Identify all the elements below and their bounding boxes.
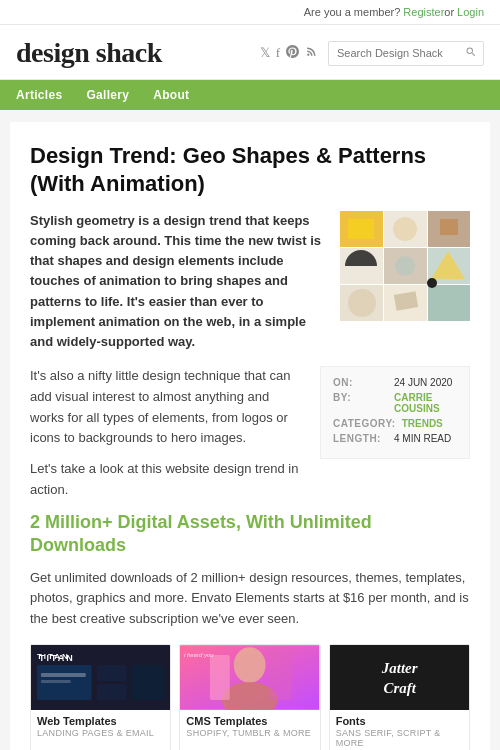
logo-part2: shack — [96, 37, 162, 68]
nav-item-about[interactable]: About — [141, 80, 201, 110]
search-input[interactable] — [329, 43, 459, 63]
intro-paragraph: Stylish geometry is a design trend that … — [30, 211, 326, 352]
login-link[interactable]: Login — [457, 6, 484, 18]
promo-description: Get unlimited downloads of 2 million+ de… — [30, 568, 470, 630]
intro-section: Stylish geometry is a design trend that … — [30, 211, 470, 352]
top-bar: Are you a member? Register or Login — [0, 0, 500, 25]
card-web-info: Web Templates LANDING PAGES & EMAIL — [31, 710, 170, 742]
social-icons: 𝕏 f — [260, 45, 318, 62]
header-right: 𝕏 f — [260, 41, 484, 66]
svg-rect-28 — [210, 655, 230, 700]
web-template-graphic: TITAN — [31, 645, 170, 710]
meta-category-value[interactable]: TRENDS — [402, 418, 443, 429]
nav: Articles Gallery About — [0, 80, 500, 110]
meta-on-label: ON: — [333, 377, 388, 388]
meta-length-value: 4 MIN READ — [394, 433, 451, 444]
card-web-templates[interactable]: TITAN Web Templates LANDING PAGES & EMAI… — [30, 644, 171, 750]
svg-text:i heard you: i heard you — [184, 652, 214, 658]
body-text-2: Let's take a look at this website design… — [30, 459, 470, 501]
geo-svg — [340, 211, 470, 321]
svg-point-16 — [427, 278, 437, 288]
svg-rect-31 — [330, 645, 469, 710]
logo-part1: design — [16, 37, 96, 68]
svg-rect-23 — [41, 673, 86, 677]
search-box[interactable] — [328, 41, 484, 66]
meta-section: ON: 24 JUN 2020 BY: CARRIE COUSINS CATEG… — [320, 366, 470, 459]
intro-text: Stylish geometry is a design trend that … — [30, 211, 326, 352]
svg-text:Craft: Craft — [383, 680, 416, 696]
card-fonts[interactable]: Jatter Craft Fonts SANS SERIF, SCRIPT & … — [329, 644, 470, 750]
logo[interactable]: design shack — [16, 37, 162, 69]
asset-cards: TITAN Web Templates LANDING PAGES & EMAI… — [30, 644, 470, 750]
meta-row-length: LENGTH: 4 MIN READ — [333, 433, 457, 444]
meta-by-value[interactable]: CARRIE COUSINS — [394, 392, 457, 414]
card-web-image: TITAN — [31, 645, 170, 710]
card-fonts-info: Fonts SANS SERIF, SCRIPT & MORE — [330, 710, 469, 750]
svg-point-26 — [234, 647, 266, 683]
svg-rect-22 — [131, 665, 165, 700]
card-cms-templates[interactable]: i heard you CMS Templates SHOPIFY, TUMBL… — [179, 644, 320, 750]
meta-row-on: ON: 24 JUN 2020 — [333, 377, 457, 388]
meta-length-label: LENGTH: — [333, 433, 388, 444]
pinterest-icon[interactable] — [286, 45, 299, 62]
svg-text:Jatter: Jatter — [381, 660, 418, 676]
svg-point-14 — [348, 289, 376, 317]
meta-row-category: CATEGORY: TRENDS — [333, 418, 457, 429]
search-button[interactable] — [459, 42, 483, 65]
article-body-section: ON: 24 JUN 2020 BY: CARRIE COUSINS CATEG… — [30, 366, 470, 511]
svg-rect-24 — [41, 680, 71, 683]
svg-rect-21 — [97, 684, 127, 700]
member-text: Are you a member? — [304, 6, 401, 18]
svg-rect-11 — [440, 219, 458, 235]
svg-point-12 — [395, 256, 415, 276]
meta-on-value: 24 JUN 2020 — [394, 377, 452, 388]
card-cms-image: i heard you — [180, 645, 319, 710]
cms-template-graphic: i heard you — [180, 645, 319, 710]
register-link[interactable]: Register — [403, 6, 444, 18]
meta-by-label: BY: — [333, 392, 388, 403]
article-title: Design Trend: Geo Shapes & Patterns (Wit… — [30, 142, 470, 197]
card-web-subtitle: LANDING PAGES & EMAIL — [37, 728, 164, 738]
meta-category-label: CATEGORY: — [333, 418, 396, 429]
svg-rect-29 — [270, 650, 292, 700]
svg-point-10 — [393, 217, 417, 241]
card-cms-subtitle: SHOPIFY, TUMBLR & MORE — [186, 728, 313, 738]
svg-text:TITAN: TITAN — [37, 652, 70, 661]
nav-item-articles[interactable]: Articles — [16, 80, 74, 110]
card-fonts-image: Jatter Craft — [330, 645, 469, 710]
card-cms-info: CMS Templates SHOPIFY, TUMBLR & MORE — [180, 710, 319, 742]
meta-row-by: BY: CARRIE COUSINS — [333, 392, 457, 414]
main-content: Design Trend: Geo Shapes & Patterns (Wit… — [10, 122, 490, 750]
nav-item-gallery[interactable]: Gallery — [74, 80, 141, 110]
svg-rect-20 — [97, 665, 127, 681]
header: design shack 𝕏 f — [0, 25, 500, 80]
svg-rect-8 — [428, 285, 470, 321]
promo-heading: 2 Million+ Digital Assets, With Unlimite… — [30, 511, 470, 558]
card-cms-title: CMS Templates — [186, 715, 313, 727]
card-fonts-title: Fonts — [336, 715, 463, 727]
facebook-icon[interactable]: f — [276, 45, 280, 61]
rss-icon[interactable] — [305, 45, 318, 62]
card-fonts-subtitle: SANS SERIF, SCRIPT & MORE — [336, 728, 463, 748]
twitter-icon[interactable]: 𝕏 — [260, 45, 270, 61]
hero-image — [340, 211, 470, 352]
card-web-title: Web Templates — [37, 715, 164, 727]
fonts-graphic: Jatter Craft — [330, 645, 469, 710]
svg-rect-9 — [348, 219, 374, 239]
or-text: or — [444, 6, 454, 18]
